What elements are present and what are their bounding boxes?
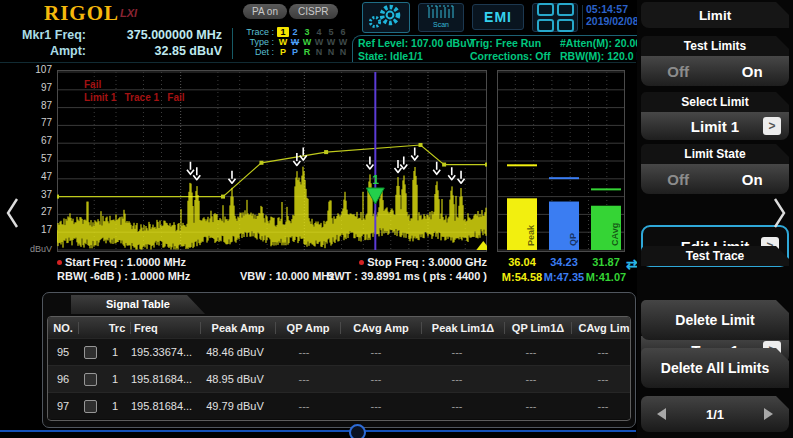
layout-grid-icon: [537, 19, 554, 32]
select-limit-button[interactable]: Limit 1 >: [641, 112, 789, 140]
row-checkbox[interactable]: [84, 346, 97, 359]
trace-1-badge: 1: [277, 27, 289, 37]
limit-state-label: Limit State: [641, 144, 789, 164]
meters-svg: PeakQPCAvg: [497, 70, 625, 252]
trace-4-badge: 4: [313, 27, 325, 37]
y-axis-tick: 107: [26, 64, 52, 75]
col-cavg-amp: CAvg Amp: [341, 322, 422, 334]
select-limit-value: Limit 1: [691, 118, 739, 135]
marker-ampt-label: Ampt:: [6, 44, 86, 58]
prev-page-chevron-icon[interactable]: [4, 196, 20, 230]
toggle-on[interactable]: On: [742, 171, 763, 188]
test-limits-label: Test Limits: [641, 36, 789, 56]
col-qp-amp: QP Amp: [276, 322, 341, 334]
scan-icon: [426, 4, 456, 19]
trace-type: W: [289, 37, 301, 47]
trace-detector: R: [301, 47, 313, 57]
y-axis-tick: 57: [26, 153, 52, 164]
y-axis-tick: 77: [26, 117, 52, 128]
trace-detector: N: [313, 47, 325, 57]
select-limit-label: Select Limit: [641, 92, 789, 112]
toggle-off[interactable]: Off: [667, 171, 689, 188]
table-row[interactable]: 97 1 195.81684... 49.79 dBuV --- --- ---…: [48, 392, 630, 419]
y-axis-tick: 87: [26, 100, 52, 111]
date: 2019/02/08: [586, 15, 642, 27]
col-peak-lim: Peak Lim1Δ: [422, 322, 505, 334]
signal-table: NO. Trc Freq Peak Amp QP Amp CAvg Amp Pe…: [47, 316, 631, 421]
test-limits-toggle[interactable]: Off On: [641, 56, 789, 86]
emi-mode-button[interactable]: EMI: [472, 4, 524, 30]
corrections-readout: Corrections: Off: [470, 50, 551, 62]
trace-type: W: [337, 37, 349, 47]
ref-level-readout: Ref Level: 107.00 dBuV: [358, 37, 474, 49]
divider: [232, 28, 233, 59]
table-row[interactable]: 95 1 195.33674... 48.46 dBuV --- --- ---…: [48, 338, 630, 365]
divider: [0, 62, 636, 63]
delete-all-limits-button[interactable]: Delete All Limits: [641, 348, 789, 388]
trace-type: W: [313, 37, 325, 47]
state-readout: State: Idle1/1: [358, 50, 423, 62]
col-cavg-lim: CAvg Lim1Δ: [572, 322, 631, 334]
trace-row-label: Trace :: [237, 27, 274, 37]
y-axis-tick: 97: [26, 82, 52, 93]
trace-detector: N: [337, 47, 349, 57]
marker-freq-value: 375.000000 MHz: [90, 28, 222, 42]
col-peak-amp: Peak Amp: [201, 322, 276, 334]
layout-grid-icon: [537, 3, 554, 16]
trace-detector: P: [289, 47, 301, 57]
toggle-off[interactable]: Off: [667, 63, 689, 80]
test-trace-label: Test Trace: [641, 246, 789, 266]
trace-5-badge: 5: [325, 27, 337, 37]
menu-title: Limit: [641, 2, 789, 28]
marker-dot-icon: [359, 260, 364, 265]
y-axis-tick: 47: [26, 171, 52, 182]
row-checkbox[interactable]: [84, 373, 97, 386]
marker-freq-label: Mkr1 Freq:: [6, 28, 86, 42]
svg-text:CAvg: CAvg: [610, 223, 620, 246]
clock: 05:14:57 2019/02/08: [586, 3, 642, 27]
start-freq-readout: Start Freq : 1.0000 MHz: [57, 256, 186, 268]
marker-ampt-value: 32.85 dBuV: [90, 44, 222, 58]
svg-text:Peak: Peak: [526, 224, 536, 246]
scan-label: Scan: [419, 21, 463, 28]
trace-detector: P: [277, 47, 289, 57]
trace-6-badge: 6: [337, 27, 349, 37]
page-next-icon[interactable]: [764, 408, 773, 420]
delete-limit-button[interactable]: Delete Limit: [641, 300, 789, 340]
pa-on-button[interactable]: PA on: [243, 4, 287, 19]
rigol-logo: RIGOL: [44, 1, 119, 26]
col-freq: Freq: [131, 322, 201, 334]
trace-legend[interactable]: Trace :123456 Type :WWWWWW Det :PPRNNN: [237, 27, 349, 57]
settings-button[interactable]: [362, 2, 410, 33]
signal-table-panel: Signal Table NO. Trc Freq Peak Amp QP Am…: [42, 292, 636, 428]
meter-max-2: M:41.07: [578, 271, 634, 283]
y-axis-tick: 17: [26, 224, 52, 235]
trace-3-badge: 3: [301, 27, 313, 37]
tab-signal-table[interactable]: Signal Table: [71, 295, 205, 314]
menu-pager: 1/1: [641, 396, 789, 432]
svg-text:1: 1: [372, 173, 379, 187]
row-checkbox[interactable]: [84, 400, 97, 413]
page-prev-icon[interactable]: [657, 408, 666, 420]
trace-2-badge: 2: [289, 27, 301, 37]
table-header-row: NO. Trc Freq Peak Amp QP Amp CAvg Amp Pe…: [48, 317, 630, 338]
scan-button[interactable]: Scan: [418, 3, 464, 32]
scrollbar-handle[interactable]: [349, 424, 366, 438]
softkey-menu: Limit Test Limits Off On Select Limit Li…: [637, 0, 793, 438]
vbw-readout: VBW : 10.000 MHz: [240, 270, 335, 282]
toggle-on[interactable]: On: [742, 63, 763, 80]
window-layout-button[interactable]: [532, 3, 578, 32]
cispr-button[interactable]: CISPR: [289, 4, 338, 19]
table-row[interactable]: 96 1 195.81684... 48.95 dBuV --- --- ---…: [48, 365, 630, 392]
limit-state-toggle[interactable]: Off On: [641, 164, 789, 194]
page-indicator: 1/1: [706, 407, 724, 422]
trigger-readout: Trig: Free Run: [470, 37, 541, 49]
lxi-badge: LXI: [120, 7, 137, 19]
y-axis-tick: 27: [26, 206, 52, 217]
col-no: NO.: [48, 322, 79, 334]
trace-type: W: [277, 37, 289, 47]
horizontal-scrollbar[interactable]: [0, 430, 636, 432]
meter-refresh-icon[interactable]: ⇄: [626, 256, 638, 272]
next-page-chevron-icon[interactable]: [772, 196, 788, 230]
layout-grid-icon: [557, 3, 574, 16]
